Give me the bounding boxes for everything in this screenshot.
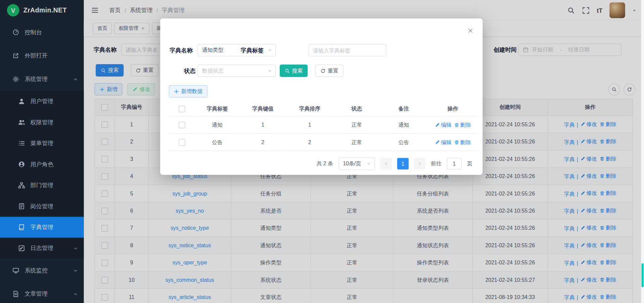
cell-remark: 通知 [380,116,427,133]
trash-icon [454,122,459,127]
dialog-search-label: 搜索 [292,67,303,75]
dict-name-select-value: 通知类型 [202,46,223,54]
plus-icon [174,89,179,94]
chevron-down-icon [267,48,272,53]
refresh-icon [320,68,326,74]
row-checkbox[interactable] [178,122,185,128]
goto-page-input[interactable] [447,158,462,169]
dict-label-label: 字典标签 [241,44,264,56]
chevron-down-icon [366,161,371,166]
cell-status: 正常 [333,116,380,133]
cell-dict-value: 1 [239,116,286,133]
edit-icon [435,140,440,145]
page-suffix-label: 页 [467,160,472,167]
cell-dict-label: 通知 [195,116,239,133]
edit-icon [435,122,440,127]
row-actions: 编辑删除 [427,133,478,150]
dict-data-table: 字典标签 字典键值 字典排序 状态 备注 操作 通知11正常通知编辑删除公告22… [168,101,478,151]
edit-link[interactable]: 编辑 [435,138,451,146]
add-dict-data-button[interactable]: 新增数据 [169,85,207,97]
col-status: 状态 [333,101,380,116]
dialog-table-header-row: 字典标签 字典键值 字典排序 状态 备注 操作 [168,101,478,116]
search-icon [285,68,290,74]
trash-icon [454,140,459,145]
add-dict-data-label: 新增数据 [181,88,203,95]
col-dict-label: 字典标签 [195,101,239,116]
status-label: 状态 [182,64,196,77]
col-remark: 备注 [380,101,427,116]
dialog-dict-name-label: 字典名称 [170,44,193,56]
close-icon[interactable] [467,28,473,34]
col-actions: 操作 [427,101,478,116]
dict-label-input[interactable] [309,44,387,56]
delete-link[interactable]: 删除 [454,138,471,146]
cell-status: 正常 [333,133,380,150]
dict-data-dialog: 字典名称 通知类型 字典标签 状态 数据状态 搜索 重置 新增数据 [160,18,483,175]
cell-remark: 公告 [380,133,427,150]
scrollbar-thumb[interactable] [642,263,644,287]
chevron-right-icon [417,161,422,166]
status-select[interactable]: 数据状态 [198,64,276,77]
dialog-search-button[interactable]: 搜索 [280,64,308,77]
row-actions: 编辑删除 [427,116,478,133]
goto-label: 前往 [431,160,442,167]
dialog-reset-label: 重置 [328,67,338,75]
scrollbar [641,0,644,303]
pagination-total: 共 2 条 [317,160,333,167]
cell-dict-label: 公告 [195,133,239,150]
col-dict-sort: 字典排序 [286,101,333,116]
dialog-table-row: 通知11正常通知编辑删除 [168,116,478,133]
page-size-value: 10条/页 [343,160,361,167]
delete-link[interactable]: 删除 [454,121,471,129]
col-dict-value: 字典键值 [239,101,286,116]
page-number-button[interactable]: 1 [397,158,409,169]
cell-dict-value: 2 [239,133,286,150]
next-page-button[interactable] [414,158,425,169]
select-all-checkbox[interactable] [178,105,185,112]
cell-dict-sort: 1 [286,116,333,133]
dict-name-select[interactable]: 通知类型 [198,44,276,56]
dialog-reset-button[interactable]: 重置 [315,64,343,77]
page-size-select[interactable]: 10条/页 [338,158,375,170]
edit-link[interactable]: 编辑 [435,121,451,129]
dialog-table-row: 公告22正常公告编辑删除 [168,133,478,150]
status-select-placeholder: 数据状态 [202,67,223,75]
cell-dict-sort: 2 [286,133,333,150]
app-root: V ZrAdmin.NET 控制台外部打开系统管理用户管理权限管理菜单管理用户角… [0,0,644,303]
pagination: 共 2 条 10条/页 1 前往 页 [160,158,473,170]
row-checkbox[interactable] [178,139,185,146]
chevron-down-icon [267,68,272,73]
chevron-left-icon [384,161,389,166]
prev-page-button[interactable] [380,158,392,169]
